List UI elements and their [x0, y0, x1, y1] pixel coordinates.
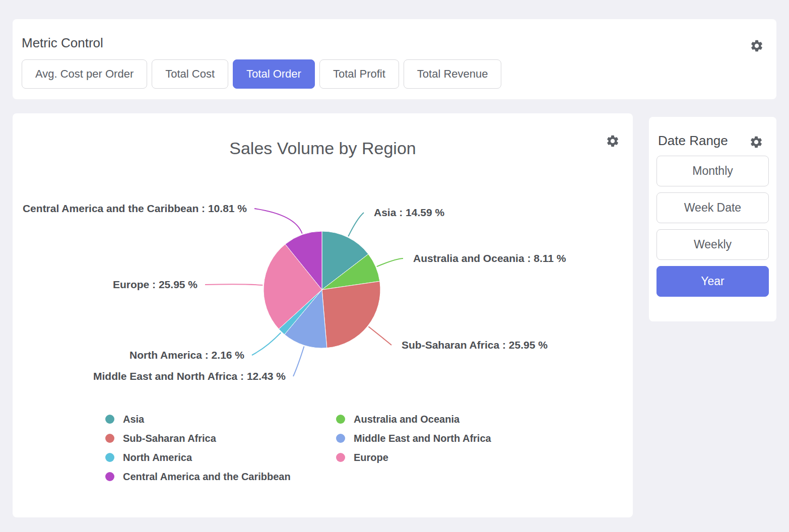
legend-color-dot — [336, 415, 345, 424]
date-range-settings-gear-icon[interactable] — [749, 135, 763, 149]
pie-slice-sub-saharan-africa[interactable] — [322, 281, 380, 348]
legend-color-dot — [105, 472, 114, 481]
metric-button-avg-cost-per-order[interactable]: Avg. Cost per Order — [22, 59, 147, 89]
pie-label-line-europe — [205, 284, 262, 285]
metric-button-total-order[interactable]: Total Order — [233, 59, 315, 89]
metric-control-card: Metric Control Avg. Cost per Order Total… — [13, 19, 776, 99]
metric-control-title: Metric Control — [22, 35, 103, 51]
legend-item-middle-east-and-north-africa[interactable]: Middle East and North Africa — [336, 429, 491, 448]
pie-label-line-central-america-and-the-caribbean — [254, 209, 302, 234]
legend-label: Australia and Oceania — [354, 414, 459, 425]
legend-item-europe[interactable]: Europe — [336, 448, 491, 467]
legend-color-dot — [105, 453, 114, 462]
pie-label-line-middle-east-and-north-africa — [293, 347, 304, 377]
legend-label: Sub-Saharan Africa — [123, 433, 216, 444]
legend-item-asia[interactable]: Asia — [105, 410, 336, 429]
pie-label-line-sub-saharan-africa — [368, 326, 391, 345]
date-range-button-monthly[interactable]: Monthly — [656, 156, 769, 186]
metric-button-total-cost[interactable]: Total Cost — [152, 59, 228, 89]
legend-item-sub-saharan-africa[interactable]: Sub-Saharan Africa — [105, 429, 336, 448]
pie-label-line-australia-and-oceania — [377, 258, 403, 267]
legend-color-dot — [336, 434, 345, 443]
pie-label-line-asia — [348, 213, 364, 236]
metric-settings-gear-icon[interactable] — [750, 39, 764, 53]
legend-item-central-america-and-the-caribbean[interactable]: Central America and the Caribbean — [105, 467, 336, 486]
legend-label: Central America and the Caribbean — [123, 471, 291, 483]
metric-button-total-revenue[interactable]: Total Revenue — [404, 59, 502, 89]
chart-legend: AsiaAustralia and OceaniaSub-Saharan Afr… — [105, 410, 491, 486]
legend-color-dot — [105, 415, 114, 424]
metric-button-total-profit[interactable]: Total Profit — [319, 59, 399, 89]
date-range-button-week-date[interactable]: Week Date — [656, 192, 769, 223]
legend-color-dot — [105, 434, 114, 443]
legend-color-dot — [336, 453, 345, 462]
legend-label: Asia — [123, 414, 144, 425]
legend-label: North America — [123, 452, 192, 463]
date-range-card: Date Range Monthly Week Date Weekly Year — [649, 117, 776, 321]
legend-item-australia-and-oceania[interactable]: Australia and Oceania — [336, 410, 491, 429]
legend-label: Europe — [354, 452, 388, 463]
date-range-button-year[interactable]: Year — [656, 266, 769, 297]
metric-button-group: Avg. Cost per Order Total Cost Total Ord… — [22, 59, 501, 89]
chart-card: Sales Volume by Region Asia : 14.59 %Aus… — [13, 113, 633, 517]
pie-label-line-north-america — [252, 332, 281, 355]
legend-item-north-america[interactable]: North America — [105, 448, 336, 467]
date-range-button-group: Monthly Week Date Weekly Year — [656, 156, 769, 297]
date-range-button-weekly[interactable]: Weekly — [656, 229, 769, 260]
legend-label: Middle East and North Africa — [354, 433, 491, 444]
date-range-title: Date Range — [658, 133, 728, 149]
